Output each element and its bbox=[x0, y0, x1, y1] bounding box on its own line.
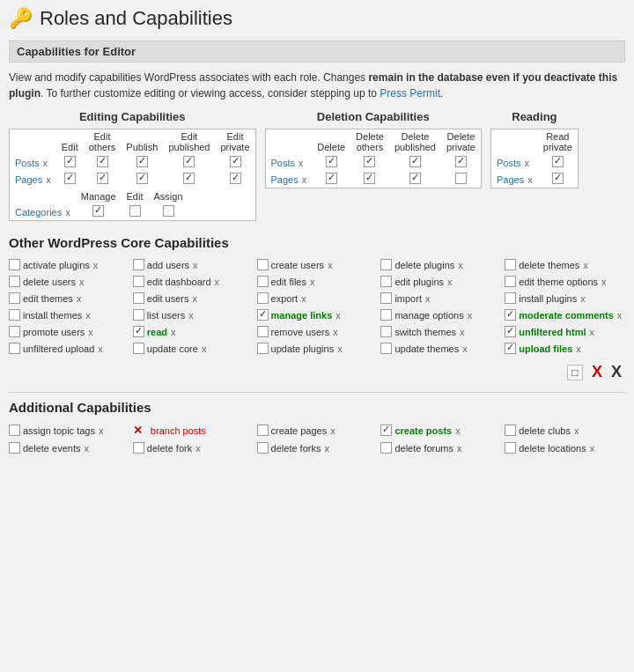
cap-export-cb[interactable] bbox=[257, 292, 269, 304]
read-posts-private-cb[interactable] bbox=[552, 156, 564, 167]
posts-edit-private-cell[interactable] bbox=[215, 154, 254, 171]
cap-add-users-cb[interactable] bbox=[133, 259, 144, 270]
cap-delete-fork-cb[interactable] bbox=[133, 442, 144, 454]
pages-publish-cb[interactable] bbox=[136, 173, 148, 184]
posts-edit-others-cell[interactable] bbox=[84, 154, 122, 171]
del-pages-delete-private-cb[interactable] bbox=[455, 173, 467, 184]
del-pages-delete-others-cb[interactable] bbox=[364, 173, 375, 184]
list-item: delete events x bbox=[9, 442, 129, 454]
list-item: activate plugins x bbox=[9, 259, 129, 270]
del-pages-delete-published-cb[interactable] bbox=[409, 173, 421, 184]
cap-import-cb[interactable] bbox=[380, 292, 392, 304]
list-item: promote users x bbox=[9, 326, 129, 337]
posts-publish-cell[interactable] bbox=[121, 154, 163, 171]
cap-create-posts-cb[interactable] bbox=[380, 425, 392, 436]
cap-create-pages-cb[interactable] bbox=[257, 425, 269, 436]
pages-edit-cell[interactable] bbox=[56, 171, 84, 188]
cap-list-users-cb[interactable] bbox=[133, 309, 144, 321]
cap-edit-files-cb[interactable] bbox=[257, 276, 269, 287]
deletion-capabilities-table-wrap: Delete Deleteothers Deletepublished Dele… bbox=[265, 129, 482, 188]
pages-edit-cb[interactable] bbox=[64, 173, 76, 184]
cap-upload-files-cb[interactable] bbox=[505, 343, 516, 354]
deletion-capabilities-title: Deletion Capabilities bbox=[265, 108, 482, 125]
cap-create-users-cb[interactable] bbox=[257, 259, 269, 270]
posts-edit-others-cb[interactable] bbox=[97, 156, 108, 167]
categories-edit-cb[interactable] bbox=[129, 205, 141, 217]
cap-moderate-comments-cb[interactable] bbox=[505, 309, 516, 321]
list-item: create posts x bbox=[380, 424, 501, 437]
list-item: list users x bbox=[133, 309, 254, 321]
cap-delete-themes-cb[interactable] bbox=[505, 259, 516, 270]
cap-edit-dashboard-cb[interactable] bbox=[133, 276, 144, 287]
cap-assign-topic-tags-cb[interactable] bbox=[9, 425, 20, 436]
cap-switch-themes-cb[interactable] bbox=[380, 326, 392, 337]
categories-manage-cell[interactable] bbox=[76, 203, 122, 220]
cap-manage-links-cb[interactable] bbox=[257, 309, 269, 321]
posts-edit-published-cb[interactable] bbox=[183, 156, 195, 167]
list-item: edit files x bbox=[257, 276, 378, 287]
cap-update-themes-cb[interactable] bbox=[380, 343, 392, 354]
categories-manage-cb[interactable] bbox=[92, 205, 104, 217]
cancel-button[interactable]: X bbox=[611, 363, 622, 381]
del-posts-delete-others-cb[interactable] bbox=[364, 156, 375, 167]
cap-remove-users-cb[interactable] bbox=[257, 326, 269, 337]
cap-delete-forums-cb[interactable] bbox=[380, 442, 392, 454]
del-posts-delete-private-cb[interactable] bbox=[455, 156, 467, 167]
categories-assign-cb[interactable] bbox=[163, 205, 174, 217]
del-posts-delete-published-cb[interactable] bbox=[409, 156, 421, 167]
posts-edit-cell[interactable] bbox=[56, 154, 84, 171]
list-item: delete forums x bbox=[380, 442, 501, 454]
pages-edit-published-cell[interactable] bbox=[163, 171, 215, 188]
cap-delete-forks-cb[interactable] bbox=[257, 442, 269, 454]
list-item: manage links x bbox=[257, 309, 378, 321]
press-permit-link[interactable]: Press Permit bbox=[380, 87, 440, 100]
posts-publish-cb[interactable] bbox=[136, 156, 148, 167]
categories-assign-cell[interactable] bbox=[149, 203, 188, 220]
col-edit-private: Editprivate bbox=[215, 129, 254, 154]
cap-edit-plugins-cb[interactable] bbox=[380, 276, 392, 287]
pages-edit-others-cell[interactable] bbox=[84, 171, 122, 188]
cap-edit-users-cb[interactable] bbox=[133, 292, 144, 304]
pages-publish-cell[interactable] bbox=[121, 171, 163, 188]
posts-edit-published-cell[interactable] bbox=[163, 154, 215, 171]
cap-delete-clubs-cb[interactable] bbox=[505, 425, 516, 436]
cap-delete-users-cb[interactable] bbox=[9, 276, 20, 287]
posts-edit-private-cb[interactable] bbox=[230, 156, 241, 167]
cap-install-themes-cb[interactable] bbox=[9, 309, 20, 321]
cap-install-plugins-cb[interactable] bbox=[505, 292, 516, 304]
branch-posts-link[interactable]: branch posts bbox=[151, 425, 206, 436]
pages-edit-private-cb[interactable] bbox=[230, 173, 241, 184]
read-pages-private-cb[interactable] bbox=[552, 173, 564, 184]
cap-unfiltered-html-cb[interactable] bbox=[505, 326, 516, 337]
del-posts-delete-cb[interactable] bbox=[326, 156, 337, 167]
cap-edit-themes-cb[interactable] bbox=[9, 292, 20, 304]
cap-manage-options-cb[interactable] bbox=[380, 309, 392, 321]
page-title: Roles and Capabilities bbox=[40, 7, 232, 30]
cap-delete-locations-cb[interactable] bbox=[505, 442, 516, 454]
cap-update-plugins-cb[interactable] bbox=[257, 343, 269, 354]
list-item: add users x bbox=[133, 259, 254, 270]
cap-unfiltered-upload-cb[interactable] bbox=[9, 343, 20, 354]
list-item: export x bbox=[257, 292, 378, 304]
list-item: delete plugins x bbox=[380, 259, 501, 270]
cap-read-cb[interactable] bbox=[133, 326, 144, 337]
cap-promote-users-cb[interactable] bbox=[9, 326, 20, 337]
save-icon[interactable]: □ bbox=[567, 365, 583, 380]
list-item: unfiltered upload x bbox=[9, 343, 129, 354]
del-col-delete-others: Deleteothers bbox=[350, 129, 389, 154]
cap-update-core-cb[interactable] bbox=[133, 343, 144, 354]
del-col-delete: Delete bbox=[312, 129, 350, 154]
cap-activate-plugins-cb[interactable] bbox=[9, 259, 20, 270]
del-pages-delete-cb[interactable] bbox=[326, 173, 337, 184]
pages-edit-published-cb[interactable] bbox=[183, 173, 195, 184]
cap-delete-plugins-cb[interactable] bbox=[380, 259, 392, 270]
categories-edit-cell[interactable] bbox=[122, 203, 149, 220]
list-item: read x bbox=[133, 326, 254, 337]
pages-edit-private-cell[interactable] bbox=[215, 171, 254, 188]
pages-edit-others-cb[interactable] bbox=[97, 173, 108, 184]
reading-table-wrap: Readprivate Posts x Pages x bbox=[490, 129, 579, 188]
posts-edit-cb[interactable] bbox=[64, 156, 76, 167]
reject-button[interactable]: X bbox=[592, 363, 602, 381]
cap-edit-theme-options-cb[interactable] bbox=[505, 276, 516, 287]
cap-delete-events-cb[interactable] bbox=[9, 442, 20, 454]
